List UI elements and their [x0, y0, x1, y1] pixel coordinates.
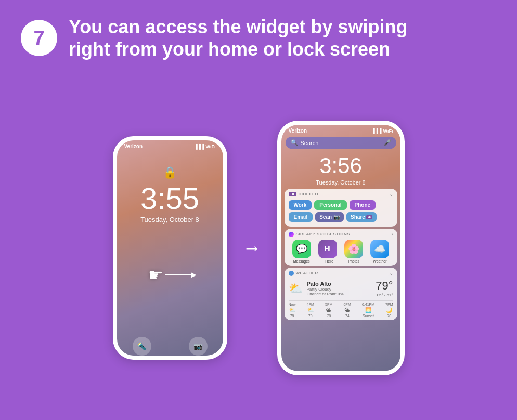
search-bar[interactable]: 🔍 Search 🎤 [286, 137, 396, 149]
weather-app-icon: ☁️ [370, 240, 389, 258]
hour-temp-6pm: 74 [345, 314, 350, 318]
siri-header: SIRI APP SUGGESTIONS › [289, 231, 393, 237]
weather-app-label: Weather [373, 259, 386, 263]
search-icon: 🔍 [291, 139, 298, 146]
photos-label: Photos [348, 259, 359, 263]
lock-content: 🔒 3:55 Tuesday, October 8 [117, 150, 223, 224]
wifi-icon: WiFi [206, 144, 216, 149]
phone-button[interactable]: Phone [350, 200, 376, 210]
weather-label: WEATHER [296, 271, 318, 275]
swipe-arrow [165, 274, 191, 275]
weather-hour-4pm: 4PM ⛅ 79 [307, 303, 314, 318]
widget-clock: 3:56 Tuesday, October 8 [281, 151, 400, 187]
weather-title: WEATHER [289, 271, 318, 276]
hour-temp-4pm: 79 [308, 314, 313, 318]
weather-hour-5pm: 5PM 🌥 78 [325, 303, 332, 318]
widget-carrier: Verizon [289, 128, 307, 134]
siri-chevron: › [391, 231, 393, 237]
weather-hour-now: Now ⛅ 79 [289, 303, 296, 318]
lock-screen-phone: Verizon ▐▐▐ WiFi 🔒 3:55 Tuesday, October… [113, 136, 227, 360]
photos-icon: 🌸 [344, 240, 363, 258]
header-text: You can access the widget by swiping rig… [69, 16, 408, 60]
weather-city: Palo Alto [307, 281, 372, 287]
hihello-btn-row1: Work Personal Phone [289, 200, 393, 210]
lock-status-icons: ▐▐▐ WiFi [194, 144, 215, 149]
messages-icon: 💬 [292, 240, 311, 258]
camera-icon: 📷 [189, 337, 208, 356]
weather-icon [289, 271, 294, 276]
hour-icon-4pm: ⛅ [307, 307, 314, 313]
app-photos[interactable]: 🌸 Photos [344, 240, 363, 263]
lock-bottom-icons: 🔦 📷 [117, 337, 223, 356]
hihello-buttons: Work Personal Phone Email Scan 📷 Share H… [285, 199, 397, 227]
hihello-chevron: ⌄ [389, 191, 393, 197]
camera-scan-icon: 📷 [333, 214, 340, 220]
lock-icon: 🔒 [163, 166, 177, 179]
hour-icon-sunset: 🌅 [365, 307, 371, 313]
personal-button[interactable]: Personal [314, 200, 346, 210]
weather-rain: Chance of Rain: 0% [307, 292, 372, 296]
step-number: 7 [21, 20, 57, 56]
siri-title: SIRI APP SUGGESTIONS [289, 232, 351, 237]
work-button[interactable]: Work [289, 200, 312, 210]
hour-label-6pm: 6PM [343, 303, 351, 306]
hour-temp-7pm: 70 [387, 314, 391, 318]
share-button[interactable]: Share Hi [346, 212, 377, 222]
hour-icon-7pm: 🌙 [386, 307, 392, 313]
widget-screen: Verizon ▐▐▐ WiFi 🔍 Search 🎤 3:56 Tuesday… [281, 125, 400, 371]
weather-main: ⛅ Palo Alto Partly Cloudy Chance of Rain… [289, 278, 393, 298]
weather-hour-7pm: 7PM 🌙 70 [385, 303, 393, 318]
weather-high-low: 85° / 51° [376, 293, 393, 297]
messages-label: Messages [293, 259, 310, 263]
email-button[interactable]: Email [289, 212, 313, 222]
hihello-badge: Hi [289, 192, 296, 196]
widget-time: 3:56 [281, 153, 400, 178]
scan-button[interactable]: Scan 📷 [315, 212, 344, 222]
mic-icon: 🎤 [384, 139, 391, 146]
phones-container: Verizon ▐▐▐ WiFi 🔒 3:55 Tuesday, October… [113, 76, 405, 420]
signal-icon: ▐▐▐ [194, 144, 204, 149]
hour-icon-6pm: 🌥 [345, 307, 350, 313]
weather-temperature: 79° [376, 279, 393, 293]
wifi-icon2: WiFi [383, 128, 393, 134]
lock-carrier: Verizon [124, 143, 143, 149]
siri-label: SIRI APP SUGGESTIONS [296, 232, 351, 237]
hand-icon: ☛ [148, 265, 163, 285]
hihello-icon: Hi [318, 240, 337, 258]
widget-screen-phone: Verizon ▐▐▐ WiFi 🔍 Search 🎤 3:56 Tuesday… [277, 121, 405, 375]
weather-info: Palo Alto Partly Cloudy Chance of Rain: … [307, 281, 372, 296]
hour-label-4pm: 4PM [307, 303, 314, 306]
hihello-title-row: Hi HIHELLO [289, 192, 319, 196]
search-left: 🔍 Search [291, 139, 319, 146]
siri-card: SIRI APP SUGGESTIONS › 💬 Messages Hi HiH… [285, 229, 397, 266]
flashlight-icon: 🔦 [133, 337, 151, 356]
header: 7 You can access the widget by swiping r… [0, 0, 517, 65]
hour-temp-now: 79 [290, 314, 294, 318]
hihello-widget-card: Hi HIHELLO ⌄ Work Personal Phone Email S… [285, 189, 397, 227]
hihello-label: HIHELLO [299, 192, 319, 196]
partly-cloudy-icon: ⛅ [289, 282, 303, 295]
hour-temp-sunset: Sunset [363, 314, 374, 318]
signal-icon2: ▐▐▐ [371, 128, 381, 134]
weather-header: WEATHER ⌄ [289, 270, 393, 276]
weather-chevron: ⌄ [389, 270, 393, 276]
app-messages[interactable]: 💬 Messages [292, 240, 311, 263]
hour-label-now: Now [289, 303, 296, 306]
lock-screen: Verizon ▐▐▐ WiFi 🔒 3:55 Tuesday, October… [117, 140, 223, 356]
weather-hourly: Now ⛅ 79 4PM ⛅ 79 5PM 🌥 78 [289, 300, 393, 318]
weather-card: WEATHER ⌄ ⛅ Palo Alto Partly Cloudy Chan… [285, 268, 397, 320]
siri-icon [289, 232, 294, 237]
weather-hour-6pm: 6PM 🌥 74 [343, 303, 351, 318]
swipe-gesture: ☛ [117, 265, 223, 285]
hour-label-sunset: 6:41PM [362, 303, 374, 306]
widget-date: Tuesday, October 8 [281, 179, 400, 186]
transition-arrow: → [243, 237, 262, 259]
hour-icon-now: ⛅ [289, 307, 295, 313]
hour-label-7pm: 7PM [385, 303, 393, 306]
hour-temp-5pm: 78 [327, 314, 331, 318]
lock-time: 3:55 [140, 183, 199, 214]
widget-status-icons: ▐▐▐ WiFi [371, 128, 393, 134]
hihello-widget-header: Hi HIHELLO ⌄ [285, 189, 397, 199]
app-weather[interactable]: ☁️ Weather [370, 240, 389, 263]
app-hihello[interactable]: Hi HiHello [318, 240, 337, 263]
